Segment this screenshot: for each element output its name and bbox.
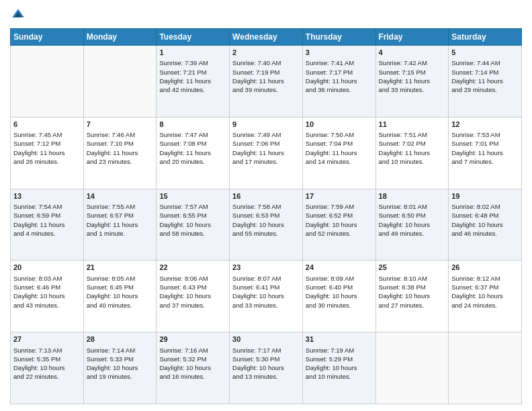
- day-info-line: Daylight: 10 hours: [159, 291, 226, 300]
- day-info-line: Daylight: 10 hours: [159, 363, 226, 372]
- day-info-line: and 26 minutes.: [13, 157, 81, 166]
- day-info-line: Sunset: 5:33 PM: [87, 355, 154, 363]
- day-info-line: and 22 minutes.: [13, 372, 81, 381]
- day-number: 28: [87, 334, 154, 345]
- logo: [10, 7, 29, 23]
- day-info-line: Daylight: 10 hours: [232, 363, 300, 372]
- day-info-line: Daylight: 11 hours: [451, 77, 519, 85]
- day-info-line: Daylight: 11 hours: [232, 77, 300, 85]
- day-info-line: Daylight: 10 hours: [379, 291, 446, 300]
- day-number: 17: [306, 191, 373, 201]
- calendar-cell: 19Sunrise: 8:02 AMSunset: 6:48 PMDayligh…: [449, 189, 522, 261]
- day-of-week-header: Monday: [83, 29, 157, 46]
- day-info-line: Daylight: 10 hours: [451, 291, 519, 300]
- day-number: 8: [159, 120, 226, 130]
- calendar-cell: 28Sunrise: 7:14 AMSunset: 5:33 PMDayligh…: [83, 332, 157, 404]
- header: [10, 7, 522, 23]
- day-info-line: Daylight: 10 hours: [306, 291, 373, 300]
- day-info-line: Sunset: 6:43 PM: [159, 283, 226, 291]
- calendar-week-row: 20Sunrise: 8:03 AMSunset: 6:46 PMDayligh…: [11, 261, 522, 332]
- day-number: 29: [159, 334, 226, 345]
- day-info-line: and 16 minutes.: [159, 372, 226, 381]
- day-info-line: Daylight: 10 hours: [306, 220, 373, 229]
- day-of-week-header: Saturday: [449, 29, 522, 46]
- day-info-line: and 1 minute.: [87, 229, 154, 238]
- day-info-line: Daylight: 10 hours: [306, 363, 373, 372]
- day-info-line: Daylight: 11 hours: [232, 148, 300, 157]
- calendar-cell: 6Sunrise: 7:45 AMSunset: 7:12 PMDaylight…: [11, 117, 84, 189]
- day-info-line: Daylight: 11 hours: [159, 148, 226, 157]
- day-info-line: Sunset: 6:50 PM: [379, 211, 446, 220]
- day-info-line: Sunset: 6:46 PM: [13, 283, 81, 291]
- day-number: 27: [13, 334, 81, 345]
- day-number: 4: [379, 48, 446, 58]
- day-info-line: Daylight: 10 hours: [232, 291, 300, 300]
- day-info-line: and 46 minutes.: [451, 229, 519, 238]
- day-info-line: and 33 minutes.: [232, 301, 300, 310]
- day-number: 5: [451, 48, 519, 58]
- day-info-line: and 33 minutes.: [379, 85, 446, 94]
- day-info-line: and 24 minutes.: [451, 301, 519, 310]
- day-of-week-header: Tuesday: [157, 29, 230, 46]
- day-info-line: Daylight: 10 hours: [232, 220, 300, 229]
- calendar-cell: 4Sunrise: 7:42 AMSunset: 7:15 PMDaylight…: [375, 46, 449, 118]
- day-info-line: Sunset: 6:53 PM: [232, 211, 300, 220]
- day-info-line: Sunrise: 8:06 AM: [159, 274, 226, 283]
- day-info-line: and 36 minutes.: [306, 85, 373, 94]
- day-info-line: Daylight: 11 hours: [306, 148, 373, 157]
- day-info-line: Daylight: 10 hours: [87, 291, 154, 300]
- day-info-line: Sunrise: 7:55 AM: [87, 202, 154, 211]
- day-info-line: and 29 minutes.: [451, 85, 519, 94]
- day-number: 25: [379, 263, 446, 273]
- day-info-line: Sunrise: 7:51 AM: [379, 130, 446, 139]
- day-info-line: Sunset: 6:41 PM: [232, 283, 300, 291]
- calendar-cell: 30Sunrise: 7:17 AMSunset: 5:30 PMDayligh…: [230, 332, 303, 404]
- day-number: 30: [232, 334, 300, 345]
- calendar-cell: 29Sunrise: 7:16 AMSunset: 5:32 PMDayligh…: [157, 332, 230, 404]
- calendar-cell: 24Sunrise: 8:09 AMSunset: 6:40 PMDayligh…: [302, 261, 375, 332]
- day-info-line: and 37 minutes.: [159, 301, 226, 310]
- day-info-line: Sunrise: 8:12 AM: [451, 274, 519, 283]
- day-info-line: Daylight: 11 hours: [87, 148, 154, 157]
- calendar-cell: [449, 332, 522, 404]
- day-info-line: Sunset: 6:38 PM: [379, 283, 446, 291]
- day-number: 6: [13, 120, 81, 130]
- day-info-line: Daylight: 11 hours: [13, 220, 81, 229]
- day-info-line: Daylight: 10 hours: [13, 291, 81, 300]
- day-info-line: Daylight: 11 hours: [87, 220, 154, 229]
- page: SundayMondayTuesdayWednesdayThursdayFrid…: [0, 0, 532, 411]
- day-info-line: Sunrise: 7:17 AM: [232, 346, 300, 355]
- day-info-line: Sunrise: 7:16 AM: [159, 346, 226, 355]
- day-info-line: Sunset: 7:06 PM: [232, 139, 300, 148]
- day-info-line: Daylight: 11 hours: [159, 77, 226, 85]
- day-info-line: Sunrise: 7:41 AM: [306, 58, 373, 67]
- day-info-line: and 20 minutes.: [159, 157, 226, 166]
- day-info-line: Sunrise: 7:53 AM: [451, 130, 519, 139]
- calendar-cell: 12Sunrise: 7:53 AMSunset: 7:01 PMDayligh…: [449, 117, 522, 189]
- day-info-line: Sunset: 7:08 PM: [159, 139, 226, 148]
- calendar-table: SundayMondayTuesdayWednesdayThursdayFrid…: [10, 28, 522, 404]
- day-info-line: Sunrise: 7:46 AM: [87, 130, 154, 139]
- day-number: 19: [451, 191, 519, 201]
- day-number: 18: [379, 191, 446, 201]
- day-info-line: Daylight: 10 hours: [13, 363, 81, 372]
- day-number: 21: [87, 263, 154, 273]
- calendar-cell: 9Sunrise: 7:49 AMSunset: 7:06 PMDaylight…: [230, 117, 303, 189]
- day-info-line: Sunset: 6:59 PM: [13, 211, 81, 220]
- calendar-cell: 18Sunrise: 8:01 AMSunset: 6:50 PMDayligh…: [375, 189, 449, 261]
- day-info-line: and 14 minutes.: [306, 157, 373, 166]
- day-info-line: Sunrise: 7:49 AM: [232, 130, 300, 139]
- day-info-line: Sunrise: 7:42 AM: [379, 58, 446, 67]
- day-info-line: Sunset: 6:45 PM: [87, 283, 154, 291]
- day-info-line: Sunset: 7:01 PM: [451, 139, 519, 148]
- calendar-cell: 14Sunrise: 7:55 AMSunset: 6:57 PMDayligh…: [83, 189, 157, 261]
- day-info-line: and 17 minutes.: [232, 157, 300, 166]
- calendar-cell: 27Sunrise: 7:13 AMSunset: 5:35 PMDayligh…: [11, 332, 84, 404]
- day-info-line: Sunrise: 7:19 AM: [306, 346, 373, 355]
- day-info-line: Daylight: 11 hours: [451, 148, 519, 157]
- day-info-line: and 10 minutes.: [379, 157, 446, 166]
- day-number: 14: [87, 191, 154, 201]
- day-info-line: and 10 minutes.: [306, 372, 373, 381]
- day-info-line: Sunrise: 7:13 AM: [13, 346, 81, 355]
- day-number: 12: [451, 120, 519, 130]
